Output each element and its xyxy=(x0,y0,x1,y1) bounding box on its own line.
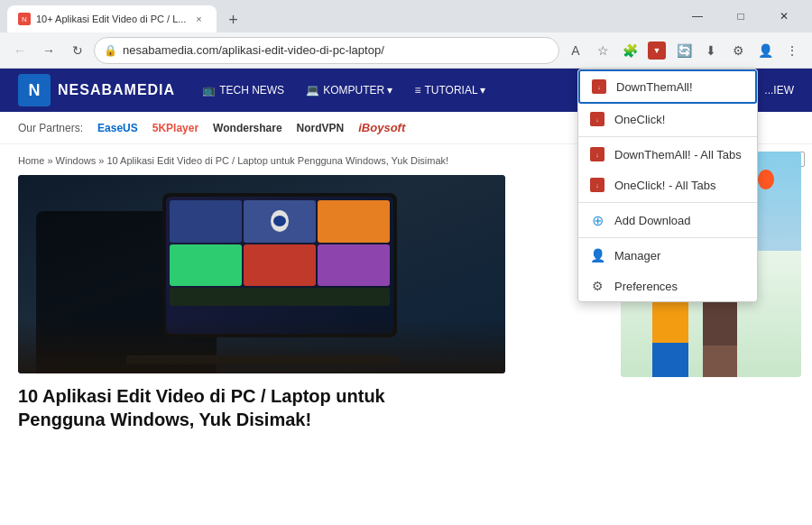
grid-cell-4 xyxy=(170,244,242,287)
legs1 xyxy=(652,343,688,377)
visor xyxy=(273,216,286,226)
grid-cell-6 xyxy=(318,244,390,287)
puzzle-icon: 🧩 xyxy=(623,43,638,58)
dta-icon: ▼ xyxy=(648,41,666,60)
active-tab[interactable]: N 10+ Aplikasi Edit Video di PC / L... × xyxy=(7,5,217,32)
menu-icon: ⋮ xyxy=(786,43,798,58)
preferences-gear-icon: ⚙ xyxy=(589,278,605,294)
partners-label: Our Partners: xyxy=(18,122,83,134)
plus-circle-icon: ⊕ xyxy=(592,212,604,229)
menu-item-add-download-label: Add Download xyxy=(614,214,691,227)
close-button[interactable]: ✕ xyxy=(763,0,805,32)
lock-icon: 🔒 xyxy=(104,44,117,57)
oneclick-icon: ↓ xyxy=(589,111,605,127)
add-download-icon: ⊕ xyxy=(589,212,605,228)
downloads-button[interactable]: ⬇ xyxy=(698,38,724,63)
menu-item-downthemall-all-label: DownThemAll! - All Tabs xyxy=(614,148,742,161)
person-icon: 👤 xyxy=(590,248,605,262)
menu-item-preferences[interactable]: ⚙ Preferences xyxy=(578,271,757,301)
menu-item-manager[interactable]: 👤 Manager xyxy=(578,240,757,271)
url-text: nesabamedia.com/aplikasi-edit-video-di-p… xyxy=(123,43,549,57)
tv-icon: 📺 xyxy=(202,84,216,97)
menu-item-downthemall-label: DownThemAll! xyxy=(616,80,693,94)
grid-cell-5 xyxy=(244,244,316,287)
menu-button[interactable]: ⋮ xyxy=(780,38,805,63)
tab-strip: N 10+ Aplikasi Edit Video di PC / L... ×… xyxy=(7,0,673,32)
translate-button[interactable]: A xyxy=(563,38,588,63)
content-area: Home » Windows » 10 Aplikasi Edit Video … xyxy=(0,144,614,525)
oneclick-all-icon: ↓ xyxy=(589,177,605,193)
sync-button[interactable]: 🔄 xyxy=(671,38,697,63)
nav-item-komputer[interactable]: 💻 KOMPUTER ▾ xyxy=(297,78,401,102)
nav-item-technews[interactable]: 📺 TECH NEWS xyxy=(193,78,293,102)
settings-icon: ⚙ xyxy=(733,43,744,58)
logo-icon: N xyxy=(18,74,51,106)
screen-grid xyxy=(166,197,393,334)
menu-divider-2 xyxy=(578,202,757,203)
nav-review: ...IEW xyxy=(764,84,794,97)
menu-item-downthemall[interactable]: ↓ DownThemAll! xyxy=(578,69,757,104)
menu-item-manager-label: Manager xyxy=(614,249,660,262)
legs2 xyxy=(703,345,737,377)
article-image xyxy=(18,175,505,373)
gear-icon: ⚙ xyxy=(592,279,604,293)
translate-icon: A xyxy=(571,43,579,58)
download-icon: ⬇ xyxy=(706,43,716,58)
toolbar-icons: A ☆ 🧩 ▼ 🔄 ⬇ ⚙ 👤 ⋮ xyxy=(563,38,805,63)
partner-easeus[interactable]: EaseUS xyxy=(97,122,138,134)
new-tab-button[interactable]: + xyxy=(220,7,245,32)
dropdown-menu: ↓ DownThemAll! ↓ OneClick! ↓ DownThemAll… xyxy=(577,69,758,302)
maximize-button[interactable]: □ xyxy=(720,0,761,32)
menu-divider-1 xyxy=(578,136,757,137)
browser-titlebar: N 10+ Aplikasi Edit Video di PC / L... ×… xyxy=(0,0,812,32)
minimize-button[interactable]: — xyxy=(677,0,718,32)
partner-iboysoft[interactable]: iBoysoft xyxy=(358,121,405,134)
site-logo[interactable]: N NESABAMEDIA xyxy=(18,74,175,106)
tab-title: 10+ Aplikasi Edit Video di PC / L... xyxy=(36,14,186,24)
menu-list-icon: ≡ xyxy=(414,84,420,97)
laptop-screen xyxy=(162,193,397,337)
computer-icon: 💻 xyxy=(306,84,319,97)
article-image-bg xyxy=(18,175,505,373)
logo-text: NESABAMEDIA xyxy=(58,82,175,98)
sync-icon: 🔄 xyxy=(677,43,692,58)
timeline-bar xyxy=(170,288,390,306)
menu-item-oneclick-label: OneClick! xyxy=(614,113,665,126)
menu-item-oneclick-all-label: OneClick! - All Tabs xyxy=(614,179,715,192)
bookmark-icon: ☆ xyxy=(597,43,609,58)
helmet xyxy=(271,210,289,232)
body2 xyxy=(703,296,737,345)
menu-item-oneclick-all[interactable]: ↓ OneClick! - All Tabs xyxy=(578,170,757,200)
article-title: 10 Aplikasi Edit Video di PC / Laptop un… xyxy=(18,384,595,431)
forward-button[interactable]: → xyxy=(36,38,61,63)
grid-cell-helmet xyxy=(244,200,316,243)
nav-item-tutorial[interactable]: ≡ TUTORIAL ▾ xyxy=(405,78,494,102)
partner-wondershare[interactable]: Wondershare xyxy=(213,122,281,134)
menu-item-downthemall-all[interactable]: ↓ DownThemAll! - All Tabs xyxy=(578,139,757,170)
bookmark-button[interactable]: ☆ xyxy=(590,38,615,63)
menu-divider-3 xyxy=(578,237,757,238)
balloon-deeporange xyxy=(758,170,774,189)
menu-item-preferences-label: Preferences xyxy=(614,280,678,293)
hands-overlay xyxy=(18,319,505,373)
menu-item-oneclick[interactable]: ↓ OneClick! xyxy=(578,104,757,134)
window-controls: — □ ✕ xyxy=(677,0,805,32)
partner-5kplayer[interactable]: 5KPlayer xyxy=(152,122,198,134)
tab-favicon: N xyxy=(18,13,31,25)
dta-menu-icon: ↓ xyxy=(591,78,607,95)
browser-toolbar: ← → ↻ 🔒 nesabamedia.com/aplikasi-edit-vi… xyxy=(0,32,812,69)
extensions-button[interactable]: 🧩 xyxy=(617,38,642,63)
back-button[interactable]: ← xyxy=(7,38,32,63)
partner-nordvpn[interactable]: NordVPN xyxy=(297,122,345,134)
reload-button[interactable]: ↻ xyxy=(65,38,90,63)
settings-button[interactable]: ⚙ xyxy=(725,38,751,63)
grid-cell xyxy=(170,200,242,243)
tab-close-button[interactable]: × xyxy=(191,12,206,26)
menu-item-add-download[interactable]: ⊕ Add Download xyxy=(578,205,757,235)
profile-button[interactable]: 👤 xyxy=(752,38,778,63)
dta-button[interactable]: ▼ xyxy=(644,38,669,63)
manager-icon: 👤 xyxy=(589,247,605,263)
profile-icon: 👤 xyxy=(758,43,773,58)
address-bar[interactable]: 🔒 nesabamedia.com/aplikasi-edit-video-di… xyxy=(94,37,559,64)
breadcrumb: Home » Windows » 10 Aplikasi Edit Video … xyxy=(18,155,595,166)
